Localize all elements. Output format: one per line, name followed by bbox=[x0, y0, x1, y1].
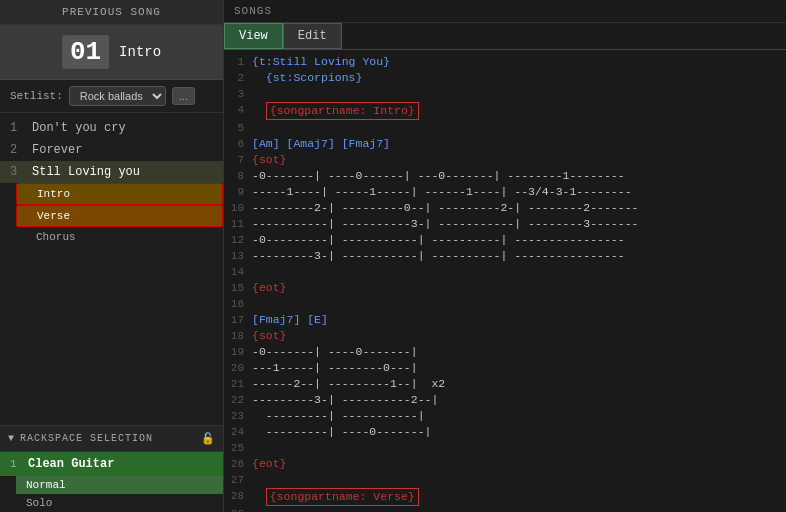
setlist-select[interactable]: Rock ballads bbox=[69, 86, 166, 106]
song-parts: Intro Verse Chorus bbox=[0, 183, 223, 247]
line-23: 23 ---------| -----------| bbox=[224, 408, 786, 424]
rack-num-1: 1 bbox=[10, 458, 20, 470]
songpart-verse-tag: {songpartname: Verse} bbox=[266, 488, 419, 506]
song-title: Intro bbox=[119, 44, 161, 60]
line-4: 4 {songpartname: Intro} bbox=[224, 102, 786, 120]
line-8: 8 -0-------| ----0------| ---0-------| -… bbox=[224, 168, 786, 184]
rack-sub-items: Normal Solo bbox=[0, 476, 223, 512]
song-num-2: 2 bbox=[10, 143, 24, 157]
song-item-2[interactable]: 2 Forever bbox=[0, 139, 223, 161]
songs-header: SONGS bbox=[224, 0, 786, 23]
line-5: 5 bbox=[224, 120, 786, 136]
line-20: 20 ---1-----| --------0---| bbox=[224, 360, 786, 376]
song-item-3[interactable]: 3 Stll Loving you bbox=[0, 161, 223, 183]
prev-song-button[interactable]: PREVIOUS SONG bbox=[0, 0, 223, 25]
line-2: 2 {st:Scorpions} bbox=[224, 70, 786, 86]
tabs-row: View Edit bbox=[224, 23, 786, 50]
line-13: 13 ---------3-| -----------| ----------|… bbox=[224, 248, 786, 264]
line-24: 24 ---------| ----0-------| bbox=[224, 424, 786, 440]
triangle-icon: ▼ bbox=[8, 433, 14, 444]
line-1: 1 {t:Still Loving You} bbox=[224, 54, 786, 70]
line-18: 18 {sot} bbox=[224, 328, 786, 344]
sidebar: PREVIOUS SONG 01 Intro Setlist: Rock bal… bbox=[0, 0, 224, 512]
line-15: 15 {eot} bbox=[224, 280, 786, 296]
editor-area[interactable]: 1 {t:Still Loving You} 2 {st:Scorpions} … bbox=[224, 50, 786, 512]
line-9: 9 -----1----| -----1-----| ------1----| … bbox=[224, 184, 786, 200]
line-12: 12 -0---------| -----------| ----------|… bbox=[224, 232, 786, 248]
line-28: 28 {songpartname: Verse} bbox=[224, 488, 786, 506]
line-26: 26 {eot} bbox=[224, 456, 786, 472]
line-14: 14 bbox=[224, 264, 786, 280]
line-29: 29 bbox=[224, 506, 786, 512]
song-item-1[interactable]: 1 Don't you cry bbox=[0, 117, 223, 139]
line-21: 21 ------2--| ---------1--| x2 bbox=[224, 376, 786, 392]
more-button[interactable]: ... bbox=[172, 87, 195, 105]
line-25: 25 bbox=[224, 440, 786, 456]
main-content: SONGS View Edit 1 {t:Still Loving You} 2… bbox=[224, 0, 786, 512]
current-song-button[interactable]: 01 Intro bbox=[0, 25, 223, 80]
rack-items: 1 Clean Guitar Normal Solo bbox=[0, 452, 223, 512]
song-num-3: 3 bbox=[10, 165, 24, 179]
songpart-intro-tag: {songpartname: Intro} bbox=[266, 102, 419, 120]
line-17: 17 [Fmaj7] [E] bbox=[224, 312, 786, 328]
rack-sub-solo[interactable]: Solo bbox=[16, 494, 223, 512]
line-6: 6 [Am] [Amaj7] [Fmaj7] bbox=[224, 136, 786, 152]
line-16: 16 bbox=[224, 296, 786, 312]
tab-view[interactable]: View bbox=[224, 23, 283, 49]
line-11: 11 -----------| ----------3-| ----------… bbox=[224, 216, 786, 232]
part-chorus[interactable]: Chorus bbox=[16, 227, 223, 247]
setlist-label: Setlist: bbox=[10, 90, 63, 102]
line-27: 27 bbox=[224, 472, 786, 488]
rack-item-1[interactable]: 1 Clean Guitar bbox=[0, 452, 223, 476]
rackspace-header: ▼ RACKSPACE SELECTION 🔓 bbox=[0, 425, 223, 452]
song-num-1: 1 bbox=[10, 121, 24, 135]
part-intro[interactable]: Intro bbox=[16, 183, 223, 205]
rackspace-title: RACKSPACE SELECTION bbox=[20, 433, 195, 444]
rack-name-1: Clean Guitar bbox=[28, 457, 114, 471]
line-22: 22 ---------3-| ----------2--| bbox=[224, 392, 786, 408]
song-number: 01 bbox=[62, 35, 109, 69]
song-title-3: Stll Loving you bbox=[32, 165, 140, 179]
setlist-row: Setlist: Rock ballads ... bbox=[0, 80, 223, 113]
part-verse[interactable]: Verse bbox=[16, 205, 223, 227]
song-title-1: Don't you cry bbox=[32, 121, 126, 135]
line-19: 19 -0-------| ----0-------| bbox=[224, 344, 786, 360]
rack-sub-normal[interactable]: Normal bbox=[16, 476, 223, 494]
tab-edit[interactable]: Edit bbox=[283, 23, 342, 49]
line-7: 7 {sot} bbox=[224, 152, 786, 168]
song-title-2: Forever bbox=[32, 143, 82, 157]
song-list: 1 Don't you cry 2 Forever 3 Stll Loving … bbox=[0, 113, 223, 425]
line-3: 3 bbox=[224, 86, 786, 102]
line-10: 10 ---------2-| ---------0--| ---------2… bbox=[224, 200, 786, 216]
lock-icon: 🔓 bbox=[201, 432, 215, 445]
